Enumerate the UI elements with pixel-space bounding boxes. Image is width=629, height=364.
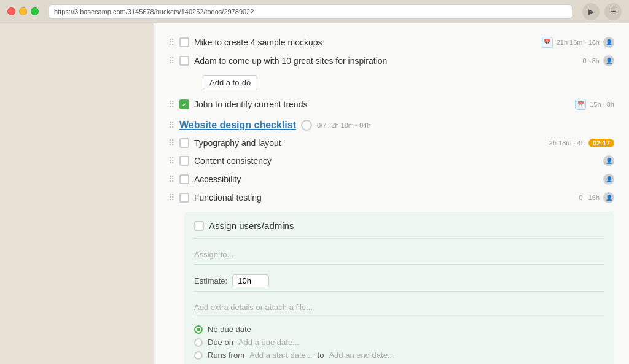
todo-checkbox-accessibility[interactable] bbox=[179, 174, 189, 184]
content-wrapper: ⠿ Mike to create 4 sample mockups 📅 21h … bbox=[0, 23, 629, 364]
add-todo-button[interactable]: Add a to-do bbox=[203, 75, 257, 90]
todo-checkbox-content[interactable] bbox=[179, 156, 189, 166]
todo-meta-accessibility: 👤 bbox=[603, 174, 614, 185]
assign-to-placeholder: Assign to... bbox=[194, 250, 233, 259]
titlebar: https://3.basecamp.com/3145678/buckets/1… bbox=[0, 0, 629, 23]
progress-circle bbox=[301, 120, 312, 131]
todo-meta-content: 👤 bbox=[603, 155, 614, 166]
assign-to-field[interactable]: Assign to... bbox=[194, 245, 604, 265]
todo-item-inspiration: ⠿ Adam to come up with 10 great sites fo… bbox=[168, 52, 614, 70]
todo-checkbox-mockups[interactable] bbox=[179, 37, 189, 47]
calendar-icon[interactable]: 📅 bbox=[542, 37, 553, 48]
radio-due-on[interactable]: Due on Add a due date... bbox=[194, 338, 604, 347]
minimize-button[interactable] bbox=[19, 7, 27, 15]
calendar-icon-john[interactable]: 📅 bbox=[575, 99, 586, 110]
assign-checkbox[interactable] bbox=[194, 221, 204, 231]
menu-button[interactable]: ☰ bbox=[604, 3, 622, 20]
main-content: ⠿ Mike to create 4 sample mockups 📅 21h … bbox=[154, 23, 629, 364]
todo-checkbox-functional[interactable] bbox=[179, 193, 189, 203]
todo-meta-john: 📅 15h · 8h bbox=[575, 99, 614, 110]
todo-checkbox-inspiration[interactable] bbox=[179, 56, 189, 66]
todo-checkbox-john[interactable] bbox=[179, 99, 189, 109]
section-title[interactable]: Website design checklist bbox=[179, 120, 296, 131]
address-bar[interactable]: https://3.basecamp.com/3145678/buckets/1… bbox=[49, 4, 572, 19]
avatar-functional[interactable]: 👤 bbox=[603, 192, 614, 203]
todo-meta-mockups: 📅 21h 16m · 16h 👤 bbox=[542, 37, 614, 48]
radio-runs-from[interactable]: Runs from Add a start date... to Add an … bbox=[194, 350, 604, 360]
estimate-input[interactable] bbox=[232, 274, 269, 287]
todo-item-typography: ⠿ Typography and layout 2h 18m · 4h 02:1… bbox=[168, 134, 614, 152]
maximize-button[interactable] bbox=[31, 7, 39, 15]
url-text: https://3.basecamp.com/3145678/buckets/1… bbox=[54, 8, 254, 15]
due-on-placeholder: Add a due date... bbox=[238, 338, 299, 347]
time-badge-functional: 0 · 16h bbox=[579, 194, 600, 201]
drag-handle-accessibility[interactable]: ⠿ bbox=[168, 174, 174, 184]
todo-meta-functional: 0 · 16h 👤 bbox=[579, 192, 614, 203]
todo-checkbox-typography[interactable] bbox=[179, 138, 189, 148]
date-options: No due date Due on Add a due date... Run… bbox=[194, 325, 604, 360]
todo-item-john: ⠿ John to identify current trends 📅 15h … bbox=[168, 95, 614, 114]
avatar-mockups[interactable]: 👤 bbox=[603, 37, 614, 48]
radio-btn-no-due-date[interactable] bbox=[194, 325, 203, 334]
todo-label-typography: Typography and layout bbox=[194, 138, 544, 148]
todo-label-content: Content consistency bbox=[194, 156, 598, 166]
section-time: 2h 18m · 84h bbox=[331, 122, 370, 129]
add-todo-container: Add a to-do bbox=[168, 72, 614, 93]
todo-label-accessibility: Accessibility bbox=[194, 174, 598, 184]
avatar-content[interactable]: 👤 bbox=[603, 155, 614, 166]
runs-from-end-placeholder: Add an end date... bbox=[329, 350, 394, 360]
todo-label-functional: Functional testing bbox=[194, 193, 574, 203]
todo-label-inspiration: Adam to come up with 10 great sites for … bbox=[194, 56, 577, 66]
avatar-accessibility[interactable]: 👤 bbox=[603, 174, 614, 185]
close-button[interactable] bbox=[7, 7, 15, 15]
runs-from-label: Runs from bbox=[208, 350, 244, 360]
sidebar bbox=[0, 23, 154, 364]
drag-handle-typography[interactable]: ⠿ bbox=[168, 138, 174, 148]
assign-title: Assign users/admins bbox=[209, 220, 294, 231]
play-button[interactable]: ▶ bbox=[582, 3, 600, 20]
runs-from-start-placeholder: Add a start date... bbox=[249, 350, 313, 360]
section-header: ⠿ Website design checklist 0/7 2h 18m · … bbox=[168, 114, 614, 134]
assign-panel: Assign users/admins Assign to... Estimat… bbox=[184, 212, 614, 364]
toolbar-buttons: ▶ ☰ bbox=[582, 3, 622, 20]
time-badge-typography: 2h 18m · 4h bbox=[549, 139, 585, 147]
drag-handle-john[interactable]: ⠿ bbox=[168, 99, 174, 109]
time-badge-inspiration: 0 · 8h bbox=[582, 57, 600, 64]
timer-badge-typography: 02:17 bbox=[588, 139, 614, 147]
to-label: to bbox=[318, 350, 324, 360]
estimate-label: Estimate: bbox=[194, 276, 227, 285]
drag-handle-content[interactable]: ⠿ bbox=[168, 156, 174, 166]
todo-item-functional: ⠿ Functional testing 0 · 16h 👤 bbox=[168, 188, 614, 207]
progress-text: 0/7 bbox=[317, 122, 326, 129]
todo-meta-inspiration: 0 · 8h 👤 bbox=[582, 55, 614, 66]
details-placeholder: Add extra details or attach a file... bbox=[194, 303, 313, 312]
drag-handle-section[interactable]: ⠿ bbox=[168, 120, 174, 130]
due-on-label: Due on bbox=[208, 338, 233, 347]
todo-item-accessibility: ⠿ Accessibility 👤 bbox=[168, 170, 614, 188]
time-badge-mockups: 21h 16m · 16h bbox=[557, 39, 600, 46]
todo-meta-typography: 2h 18m · 4h 02:17 bbox=[549, 139, 614, 147]
todo-label-mockups: Mike to create 4 sample mockups bbox=[194, 37, 537, 47]
todo-item-mockups: ⠿ Mike to create 4 sample mockups 📅 21h … bbox=[168, 33, 614, 52]
drag-handle-inspiration[interactable]: ⠿ bbox=[168, 56, 174, 66]
avatar-inspiration[interactable]: 👤 bbox=[603, 55, 614, 66]
no-due-date-label: No due date bbox=[208, 325, 251, 334]
drag-handle[interactable]: ⠿ bbox=[168, 37, 174, 47]
radio-no-due-date[interactable]: No due date bbox=[194, 325, 604, 334]
radio-btn-runs-from[interactable] bbox=[194, 351, 203, 360]
drag-handle-functional[interactable]: ⠿ bbox=[168, 193, 174, 203]
todo-label-john: John to identify current trends bbox=[194, 99, 570, 109]
details-field[interactable]: Add extra details or attach a file... bbox=[194, 298, 604, 317]
radio-btn-due-on[interactable] bbox=[194, 338, 203, 347]
traffic-lights bbox=[7, 7, 39, 15]
assign-header: Assign users/admins bbox=[194, 220, 604, 239]
todo-item-content: ⠿ Content consistency 👤 bbox=[168, 152, 614, 170]
time-badge-john: 15h · 8h bbox=[590, 101, 614, 108]
estimate-row: Estimate: bbox=[194, 271, 604, 292]
